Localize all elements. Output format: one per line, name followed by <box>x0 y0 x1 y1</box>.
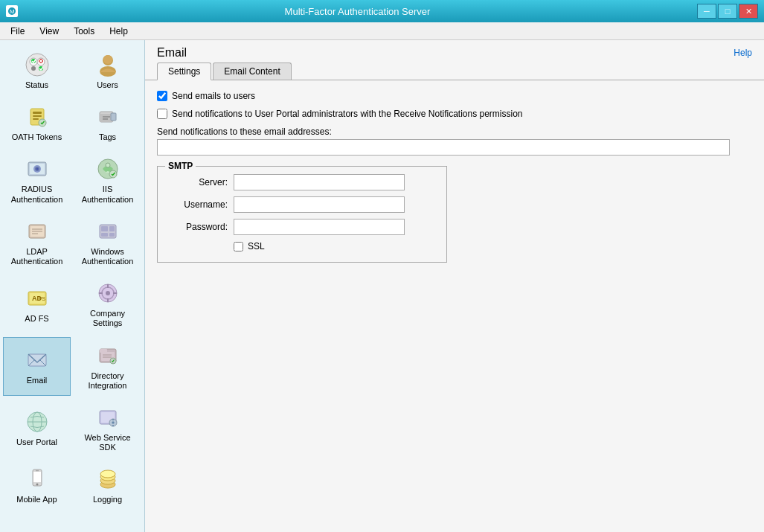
send-notifications-label: Send notifications to User Portal admini… <box>172 109 523 119</box>
windows-icon-box <box>94 218 121 245</box>
radius-icon-box <box>24 156 51 182</box>
content-area: Email Help Settings Email Content Send e… <box>145 40 764 532</box>
ssl-checkbox[interactable] <box>234 242 243 251</box>
smtp-password-label: Password: <box>168 222 228 232</box>
svg-rect-69 <box>33 472 41 482</box>
tab-settings[interactable]: Settings <box>157 63 211 80</box>
sidebar-item-logging[interactable]: Logging <box>74 461 141 510</box>
sidebar-item-webservice[interactable]: Web Service SDK <box>74 399 141 458</box>
sidebar-item-radius-label: RADIUS Authentication <box>7 185 67 204</box>
sidebar-item-adfs[interactable]: AD FS AD FS <box>3 275 71 333</box>
sidebar-item-company[interactable]: Company Settings <box>74 275 141 333</box>
send-emails-label: Send emails to users <box>172 91 255 101</box>
sidebar: Status Users <box>0 40 145 532</box>
sidebar-item-ldap[interactable]: LDAP Authentication <box>3 213 71 272</box>
sidebar-item-users-label: Users <box>97 80 118 90</box>
users-icon-box <box>94 51 121 78</box>
ldap-icon-box <box>24 218 51 245</box>
restore-button[interactable]: □ <box>718 4 737 19</box>
svg-rect-56 <box>100 349 107 353</box>
sidebar-item-webservice-label: Web Service SDK <box>77 433 138 452</box>
svg-point-2 <box>26 54 48 76</box>
svg-point-28 <box>106 163 110 167</box>
sidebar-item-status[interactable]: Status <box>3 46 71 95</box>
svg-rect-36 <box>101 226 108 231</box>
sidebar-item-status-label: Status <box>25 80 48 90</box>
sidebar-item-oath-tokens[interactable]: OATH Tokens <box>3 98 71 147</box>
help-link[interactable]: Help <box>733 48 752 58</box>
sidebar-item-directory[interactable]: Directory Integration <box>74 337 141 396</box>
mobileapp-icon <box>25 467 50 492</box>
ssl-label: SSL <box>248 241 265 251</box>
svg-rect-39 <box>109 233 115 237</box>
smtp-group: SMTP Server: Username: Password: <box>157 166 447 263</box>
webservice-icon <box>95 405 121 430</box>
radius-icon <box>25 156 50 182</box>
sidebar-item-radius[interactable]: RADIUS Authentication <box>3 150 71 209</box>
status-icon <box>25 52 50 77</box>
status-icon-box <box>24 51 51 78</box>
sidebar-item-email[interactable]: Email <box>3 337 71 396</box>
tokens-icon <box>25 104 50 129</box>
svg-point-70 <box>36 484 38 486</box>
svg-point-46 <box>106 291 110 295</box>
logging-icon-box <box>94 466 121 493</box>
portal-icon-box <box>24 408 51 435</box>
iis-icon-box <box>94 156 121 182</box>
sidebar-item-company-label: Company Settings <box>77 309 138 328</box>
svg-rect-14 <box>33 115 42 117</box>
send-to-addresses-input[interactable] <box>157 139 730 156</box>
sidebar-item-portal[interactable]: User Portal <box>3 399 71 458</box>
svg-rect-13 <box>33 112 42 114</box>
ssl-row: SSL <box>234 241 436 251</box>
webservice-icon-box <box>94 404 121 431</box>
svg-rect-21 <box>111 113 116 121</box>
smtp-server-label: Server: <box>168 177 228 188</box>
sidebar-item-logging-label: Logging <box>93 495 122 504</box>
sidebar-item-adfs-label: AD FS <box>25 314 48 324</box>
send-emails-checkbox[interactable] <box>157 91 167 101</box>
sidebar-item-iis[interactable]: IIS Authentication <box>74 150 141 209</box>
smtp-username-input[interactable] <box>234 196 405 213</box>
send-notifications-checkbox[interactable] <box>157 109 167 119</box>
svg-point-75 <box>100 470 115 478</box>
close-button[interactable]: ✕ <box>739 4 758 19</box>
menu-file[interactable]: File <box>3 25 32 38</box>
sidebar-item-mobileapp-label: Mobile App <box>16 495 57 504</box>
sidebar-item-tags-label: Tags <box>99 132 116 142</box>
content-header: Email Help <box>145 40 764 63</box>
email-icon <box>25 347 50 373</box>
menu-view[interactable]: View <box>32 25 66 38</box>
window-title: Multi-Factor Authentication Server <box>18 6 697 17</box>
main-container: Status Users <box>0 40 764 532</box>
sidebar-item-windows-label: Windows Authentication <box>77 247 138 266</box>
smtp-password-input[interactable] <box>234 219 405 235</box>
smtp-server-input[interactable] <box>234 174 405 190</box>
svg-rect-38 <box>101 233 108 237</box>
logging-icon <box>95 467 121 492</box>
menu-help[interactable]: Help <box>102 25 135 38</box>
smtp-legend: SMTP <box>165 161 196 171</box>
smtp-username-label: Username: <box>168 199 228 210</box>
minimize-button[interactable]: ─ <box>697 4 716 19</box>
sidebar-item-portal-label: User Portal <box>16 438 57 447</box>
sidebar-item-ldap-label: LDAP Authentication <box>7 247 67 266</box>
app-icon: M <box>6 5 18 17</box>
tab-email-content[interactable]: Email Content <box>213 63 291 80</box>
sidebar-item-windows[interactable]: Windows Authentication <box>74 213 141 272</box>
page-title: Email <box>157 46 187 60</box>
directory-icon-box <box>94 342 121 369</box>
smtp-password-row: Password: <box>168 219 436 235</box>
windows-icon <box>95 219 121 244</box>
tags-icon <box>95 104 121 129</box>
settings-panel: Send emails to users Send notifications … <box>145 80 764 532</box>
sidebar-item-tags[interactable]: Tags <box>74 98 141 147</box>
titlebar: M Multi-Factor Authentication Server ─ □… <box>0 0 764 22</box>
sidebar-item-mobileapp[interactable]: Mobile App <box>3 461 71 510</box>
menu-tools[interactable]: Tools <box>66 25 102 38</box>
smtp-server-row: Server: <box>168 174 436 190</box>
svg-point-11 <box>103 55 112 64</box>
mobileapp-icon-box <box>24 466 51 493</box>
smtp-username-row: Username: <box>168 196 436 213</box>
sidebar-item-users[interactable]: Users <box>74 46 141 95</box>
